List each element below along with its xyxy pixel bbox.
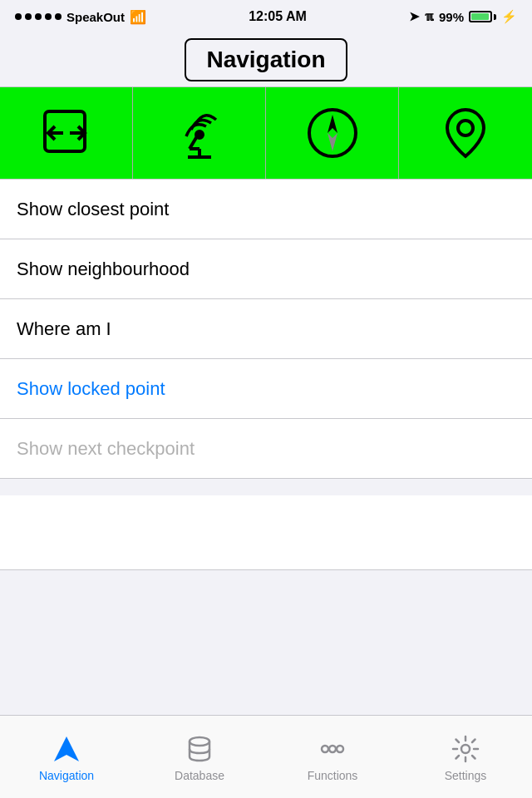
- functions-tab-icon: [316, 732, 349, 766]
- icon-grid: [0, 87, 532, 180]
- tab-bar: Navigation Database Functions: [0, 715, 532, 798]
- icon-cell-compass[interactable]: [266, 87, 399, 179]
- icon-cell-location[interactable]: [399, 87, 532, 179]
- page-title: Navigation: [206, 47, 325, 72]
- neighbourhood-label: Show neighbourhood: [17, 259, 190, 280]
- svg-point-15: [461, 745, 470, 753]
- svg-marker-7: [328, 115, 337, 133]
- svg-point-13: [329, 746, 336, 752]
- icon-cell-refresh[interactable]: [0, 87, 133, 179]
- status-bar: SpeakOut 📶 12:05 AM ➤ ℼ 99% ⚡: [0, 0, 532, 33]
- battery-percent: 99%: [439, 10, 464, 24]
- menu-item-closest[interactable]: Show closest point: [0, 180, 532, 239]
- menu-item-neighbourhood[interactable]: Show neighbourhood: [0, 239, 532, 299]
- menu-item-locked[interactable]: Show locked point: [0, 359, 532, 419]
- checkpoint-label: Show next checkpoint: [17, 438, 195, 460]
- carrier-label: SpeakOut: [66, 10, 125, 24]
- empty-section: [0, 495, 532, 570]
- compass-icon: [303, 103, 362, 163]
- navigation-tab-label: Navigation: [39, 769, 94, 782]
- tab-navigation[interactable]: Navigation: [8, 732, 125, 782]
- status-left: SpeakOut 📶: [15, 9, 146, 25]
- charging-icon: ⚡: [501, 9, 517, 24]
- tab-database[interactable]: Database: [141, 732, 258, 782]
- svg-point-9: [458, 121, 473, 135]
- svg-marker-10: [54, 736, 79, 761]
- svg-marker-8: [328, 133, 337, 151]
- battery-indicator: [469, 11, 496, 22]
- nav-title-box: Navigation: [185, 38, 347, 81]
- navigation-bar: Navigation: [0, 33, 532, 87]
- tab-functions[interactable]: Functions: [274, 732, 391, 782]
- settings-tab-label: Settings: [445, 769, 487, 782]
- icon-cell-radar[interactable]: [133, 87, 266, 179]
- svg-point-12: [322, 746, 328, 752]
- database-tab-label: Database: [175, 769, 224, 782]
- closest-label: Show closest point: [17, 199, 169, 220]
- settings-tab-icon: [449, 732, 482, 766]
- refresh-icon: [37, 103, 96, 163]
- status-right: ➤ ℼ 99% ⚡: [409, 9, 517, 24]
- menu-list: Show closest point Show neighbourhood Wh…: [0, 180, 532, 479]
- navigation-tab-icon: [50, 732, 83, 766]
- tab-settings[interactable]: Settings: [407, 732, 524, 782]
- wifi-icon: 📶: [130, 9, 146, 25]
- menu-item-where-am-i[interactable]: Where am I: [0, 299, 532, 359]
- status-time: 12:05 AM: [249, 9, 307, 24]
- location-icon: ➤: [409, 9, 420, 24]
- where-am-i-label: Where am I: [17, 318, 111, 340]
- locked-label: Show locked point: [17, 378, 165, 400]
- functions-tab-label: Functions: [308, 769, 358, 782]
- bluetooth-icon: ℼ: [425, 9, 434, 24]
- database-tab-icon: [183, 732, 216, 766]
- menu-item-checkpoint[interactable]: Show next checkpoint: [0, 419, 532, 479]
- svg-point-14: [337, 746, 343, 752]
- radar-icon: [170, 103, 229, 163]
- location-pin-icon: [436, 103, 495, 163]
- svg-point-11: [190, 737, 209, 746]
- svg-point-5: [196, 131, 203, 138]
- signal-dots: [15, 13, 62, 20]
